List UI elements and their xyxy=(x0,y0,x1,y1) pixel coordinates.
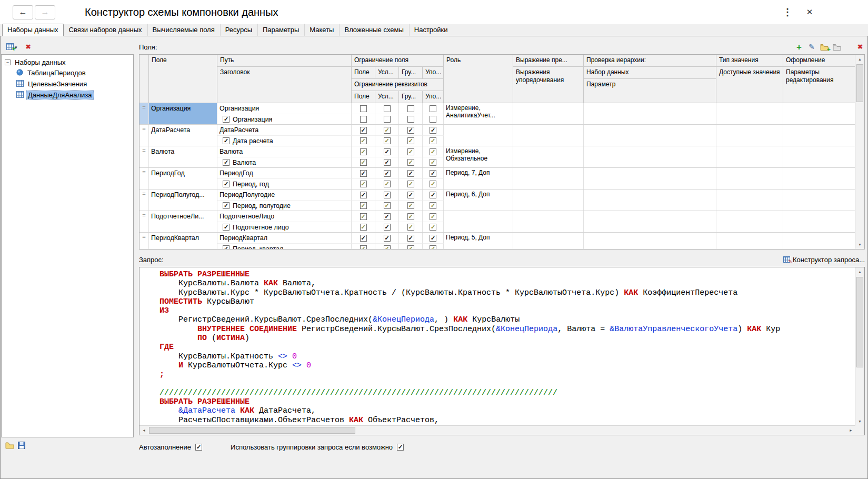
restriction-checkbox[interactable] xyxy=(407,170,414,177)
field-role-cell[interactable] xyxy=(444,211,513,232)
empty-cell[interactable] xyxy=(513,103,584,124)
field-path-cell[interactable]: Организация xyxy=(217,103,352,114)
empty-cell[interactable] xyxy=(783,146,855,167)
row-handle-icon[interactable] xyxy=(139,103,149,124)
scroll-up-icon[interactable] xyxy=(855,267,864,276)
empty-cell[interactable] xyxy=(716,146,783,167)
restriction-checkbox[interactable] xyxy=(430,224,436,231)
query-hscrollbar[interactable] xyxy=(139,425,855,435)
title-checkbox[interactable] xyxy=(223,159,230,166)
restriction-checkbox[interactable] xyxy=(360,137,367,144)
back-button[interactable] xyxy=(13,5,33,19)
restriction-checkbox[interactable] xyxy=(384,213,391,220)
empty-cell[interactable] xyxy=(716,233,783,249)
title-checkbox[interactable] xyxy=(223,137,230,144)
restriction-checkbox[interactable] xyxy=(430,137,436,144)
restriction-checkbox[interactable] xyxy=(407,127,414,134)
restriction-checkbox[interactable] xyxy=(407,148,414,155)
restriction-checkbox[interactable] xyxy=(384,202,391,209)
restriction-checkbox[interactable] xyxy=(360,235,367,242)
restriction-checkbox[interactable] xyxy=(430,105,436,112)
field-path-cell[interactable]: ПодотчетноеЛицо xyxy=(217,211,352,222)
field-path-cell[interactable]: ПериодКвартал xyxy=(217,233,352,243)
title-checkbox[interactable] xyxy=(223,224,230,231)
tab-7[interactable]: Вложенные схемы xyxy=(339,24,408,36)
row-handle-icon[interactable] xyxy=(139,211,149,232)
restriction-checkbox[interactable] xyxy=(384,159,391,166)
add-folder-icon[interactable]: + xyxy=(820,42,829,52)
title-checkbox[interactable] xyxy=(223,116,230,123)
restriction-checkbox[interactable] xyxy=(407,235,414,242)
empty-cell[interactable] xyxy=(584,103,716,124)
empty-cell[interactable] xyxy=(513,211,584,232)
restriction-checkbox[interactable] xyxy=(430,127,436,134)
empty-cell[interactable] xyxy=(513,168,584,189)
restriction-checkbox[interactable] xyxy=(360,105,367,112)
restriction-checkbox[interactable] xyxy=(384,148,391,155)
restriction-checkbox[interactable] xyxy=(407,192,414,198)
field-path-cell[interactable]: ДатаРасчета xyxy=(217,125,352,135)
restriction-checkbox[interactable] xyxy=(384,224,391,231)
restriction-checkbox[interactable] xyxy=(384,245,391,249)
fields-scrollbar[interactable] xyxy=(855,55,864,249)
menu-dots-icon[interactable] xyxy=(782,6,793,18)
restriction-checkbox[interactable] xyxy=(407,159,414,166)
empty-cell[interactable] xyxy=(783,125,855,146)
empty-cell[interactable] xyxy=(783,168,855,189)
field-role-cell[interactable] xyxy=(444,125,513,146)
tab-6[interactable]: Макеты xyxy=(304,24,339,36)
restriction-checkbox[interactable] xyxy=(430,235,436,242)
restriction-checkbox[interactable] xyxy=(430,213,436,220)
field-name-cell[interactable]: ПериодГод xyxy=(149,168,217,189)
restriction-checkbox[interactable] xyxy=(384,170,391,177)
restriction-checkbox[interactable] xyxy=(407,137,414,144)
scrollbar-thumb[interactable] xyxy=(856,64,863,102)
scroll-left-icon[interactable] xyxy=(139,426,148,435)
restriction-checkbox[interactable] xyxy=(384,116,391,123)
empty-cell[interactable] xyxy=(783,233,855,249)
restriction-checkbox[interactable] xyxy=(360,116,367,123)
tree-item[interactable]: ДанныеДляАнализа xyxy=(3,89,132,101)
restriction-checkbox[interactable] xyxy=(384,192,391,198)
restriction-checkbox[interactable] xyxy=(430,148,436,155)
restriction-checkbox[interactable] xyxy=(407,245,414,249)
title-checkbox[interactable] xyxy=(223,181,230,187)
restriction-checkbox[interactable] xyxy=(407,116,414,123)
edit-field-icon[interactable] xyxy=(807,42,816,52)
use-grouping-checkbox[interactable] xyxy=(397,444,404,451)
restriction-checkbox[interactable] xyxy=(384,235,391,242)
restriction-checkbox[interactable] xyxy=(360,245,367,249)
restriction-checkbox[interactable] xyxy=(384,127,391,134)
restriction-checkbox[interactable] xyxy=(360,159,367,166)
row-handle-icon[interactable] xyxy=(139,146,149,167)
empty-cell[interactable] xyxy=(716,168,783,189)
field-name-cell[interactable]: ПодотчетноеЛи... xyxy=(149,211,217,232)
restriction-checkbox[interactable] xyxy=(384,105,391,112)
restriction-checkbox[interactable] xyxy=(360,127,367,134)
empty-cell[interactable] xyxy=(716,189,783,211)
restriction-checkbox[interactable] xyxy=(430,192,436,198)
save-file-icon[interactable] xyxy=(18,442,25,449)
empty-cell[interactable] xyxy=(783,189,855,211)
add-dataset-button[interactable]: + xyxy=(4,41,19,52)
restriction-checkbox[interactable] xyxy=(407,213,414,220)
field-role-cell[interactable]: Период, 6, Доп xyxy=(444,189,513,211)
restriction-checkbox[interactable] xyxy=(384,181,391,187)
tab-2[interactable]: Связи наборов данных xyxy=(64,24,147,36)
field-role-cell[interactable]: Измерение, АналитикаУчет... xyxy=(444,103,513,124)
add-field-icon[interactable] xyxy=(794,42,804,52)
restriction-checkbox[interactable] xyxy=(407,105,414,112)
query-designer-button[interactable]: ✎ Конструктор запроса... xyxy=(783,256,865,264)
restriction-checkbox[interactable] xyxy=(360,192,367,198)
restriction-checkbox[interactable] xyxy=(430,159,436,166)
restriction-checkbox[interactable] xyxy=(360,213,367,220)
field-path-cell[interactable]: ПериодГод xyxy=(217,168,352,178)
empty-cell[interactable] xyxy=(584,211,716,232)
add-table-icon[interactable] xyxy=(832,42,842,52)
field-role-cell[interactable]: Период, 5, Доп xyxy=(444,233,513,249)
scroll-up-icon[interactable] xyxy=(855,55,864,64)
field-name-cell[interactable]: ПериодПолугод... xyxy=(149,189,217,211)
empty-cell[interactable] xyxy=(716,125,783,146)
restriction-checkbox[interactable] xyxy=(430,245,436,249)
restriction-checkbox[interactable] xyxy=(430,116,436,123)
